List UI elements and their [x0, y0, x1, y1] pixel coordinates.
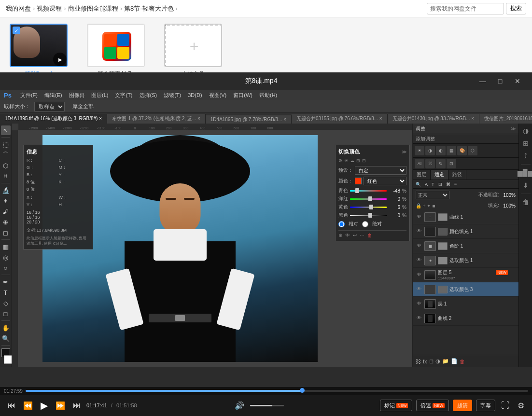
ps-tab-0[interactable]: 1D4A1895.tif @ 16% (选取颜色 3, RGB/8#) ×	[0, 114, 107, 124]
prev-button[interactable]: ⏮	[6, 400, 17, 411]
sel-action-5[interactable]: 🗑	[367, 233, 372, 238]
ps-tool-move[interactable]: ↖	[1, 125, 11, 135]
step-forward-button[interactable]: ⏩	[54, 400, 67, 411]
layer-action-fx[interactable]: fx	[423, 359, 427, 364]
layer-eye-levels1[interactable]: 👁	[416, 243, 422, 250]
ps-menu-select[interactable]: 选择(S)	[140, 92, 157, 99]
ps-tab-3[interactable]: 无题合并03155.jpg @ 76.6%/RGB/8... ×	[292, 114, 388, 124]
layer-eye-img5[interactable]: 👁	[416, 272, 422, 278]
paths-tab[interactable]: 路径	[448, 170, 466, 180]
sel-magenta-thumb[interactable]	[368, 196, 372, 201]
adj-icon-2[interactable]: ◑	[425, 146, 435, 155]
ps-menu-3d[interactable]: 3D(D)	[188, 92, 202, 98]
sel-yellow-thumb[interactable]	[369, 205, 373, 209]
layer-selective1[interactable]: 👁 ◈ 选取颜色 1	[413, 253, 518, 268]
ps-tool-blur[interactable]: ◎	[1, 252, 11, 262]
ps-menu-view[interactable]: 视图(V)	[209, 92, 227, 99]
layer-selective3[interactable]: 👁 选取颜色 3	[413, 282, 518, 297]
rs-icon-adjust[interactable]: ◑	[520, 125, 531, 136]
search-input[interactable]	[427, 3, 504, 14]
step-back-button[interactable]: ⏪	[21, 400, 35, 411]
mark-button[interactable]: 标记 NEW	[380, 400, 413, 411]
speed-button[interactable]: 倍速 NEW	[416, 400, 449, 411]
layer-img5[interactable]: 👁 图层 5 11448987 NEW	[413, 268, 518, 282]
blend-mode-select[interactable]: 正常	[416, 191, 449, 199]
ps-tool-clone[interactable]: ⊕	[1, 217, 11, 227]
adj-icon-1[interactable]: ☀	[415, 146, 424, 155]
ps-menu-help[interactable]: 帮助(H)	[259, 92, 277, 99]
volume-slider[interactable]	[250, 405, 284, 406]
layers-tab[interactable]: 图层	[413, 170, 431, 180]
sel-black-thumb[interactable]	[368, 213, 372, 218]
adj-icon-7[interactable]: AI	[415, 159, 424, 168]
ps-menu-file[interactable]: 文件(F)	[20, 92, 38, 99]
layer-eye-curve1[interactable]: 👁	[416, 214, 422, 221]
rs-icon-delete[interactable]: 🗑	[520, 197, 531, 208]
next-button[interactable]: ⏭	[71, 400, 83, 411]
ps-menu-text[interactable]: 文字(T)	[115, 92, 132, 99]
settings-button[interactable]: ⚙	[516, 400, 526, 411]
volume-button[interactable]: 🔊	[233, 400, 246, 411]
sel-yellow-slider[interactable]	[350, 207, 387, 208]
layer-eye-fill1[interactable]: 👁	[416, 228, 422, 235]
ps-tab-2[interactable]: 1D4A1895.jpg @ 7.78%/RGB/8... ×	[206, 115, 292, 124]
ps-menu-filter[interactable]: 滤镜(T)	[164, 92, 181, 99]
sample-size-select[interactable]: 取样点	[34, 102, 65, 111]
sel-expand-icon[interactable]: ≫	[402, 149, 406, 154]
rs-icon-share[interactable]: ⤴	[520, 151, 531, 161]
layer-layer1[interactable]: 👁 层 1	[413, 297, 518, 311]
layer-colorfill1[interactable]: 👁 颜色填充 1	[413, 224, 518, 239]
ps-tool-marquee[interactable]: ⬚	[1, 139, 11, 149]
ps-tool-text[interactable]: T	[1, 288, 11, 297]
ps-menu-image[interactable]: 图像(I)	[69, 92, 84, 99]
ps-tool-dodge[interactable]: ○	[1, 263, 11, 273]
adj-icon-6[interactable]: ⬡	[468, 146, 477, 155]
close-button[interactable]: ✕	[511, 74, 524, 88]
sel-action-1[interactable]: ⊕	[338, 233, 342, 238]
quality-button[interactable]: 超清	[453, 400, 472, 411]
ps-tool-lasso[interactable]: ⌒	[1, 150, 11, 160]
ps-tool-brush[interactable]: 🖌	[1, 207, 11, 216]
adj-icon-10[interactable]: ⊡	[447, 159, 456, 168]
adj-icon-5[interactable]: 🎨	[457, 146, 467, 155]
caption-button[interactable]: 字幕	[476, 400, 495, 411]
adj-icon-8[interactable]: ⌘	[425, 159, 435, 168]
layer-eye-selective3[interactable]: 👁	[416, 286, 422, 293]
search-button[interactable]: 搜索	[506, 3, 526, 14]
sel-color-swatch[interactable]	[355, 178, 362, 184]
ps-tool-zoom[interactable]: 🔍	[1, 333, 11, 343]
sel-action-4[interactable]: ⋯	[360, 233, 364, 238]
sel-preset-select[interactable]: 白定	[355, 166, 406, 175]
play-button[interactable]: ▶	[39, 399, 50, 412]
ps-tool-hand[interactable]: ✋	[1, 323, 11, 333]
breadcrumb-course[interactable]: 商业修图全能课程	[68, 4, 118, 13]
minimize-button[interactable]: —	[476, 74, 490, 88]
sel-cyan-slider[interactable]	[350, 190, 387, 192]
ps-tool-eyedropper[interactable]: 🔬	[1, 185, 11, 195]
rs-icon-download[interactable]: ⬇	[520, 180, 531, 191]
layer-eye-layer1[interactable]: 👁	[416, 301, 422, 307]
layer-curve1[interactable]: 👁 ~ 曲线 1	[413, 210, 518, 224]
layer-eye-curve2[interactable]: 👁	[416, 315, 422, 322]
adj-icon-9[interactable]: ↻	[436, 159, 446, 168]
sel-cyan-thumb[interactable]	[355, 188, 359, 193]
sel-action-2[interactable]: 👁	[345, 233, 350, 238]
ps-menu-layer[interactable]: 图层(L)	[91, 92, 108, 99]
ps-tab-4[interactable]: 无题合并01430.jpg @ 33.3%/RGB... ×	[388, 114, 479, 124]
ps-tool-path[interactable]: ◇	[1, 298, 11, 308]
rs-icon-histogram[interactable]: ▆▉▆	[520, 167, 531, 178]
ps-tool-shape[interactable]: □	[1, 309, 11, 319]
sel-color-select[interactable]: 红色	[364, 177, 406, 185]
layer-action-link[interactable]: ⛓	[416, 359, 421, 364]
sel-action-3[interactable]: ↩	[353, 233, 357, 238]
ps-tool-gradient[interactable]: ▦	[1, 242, 11, 251]
layer-curve2[interactable]: 👁 曲线 2	[413, 311, 518, 326]
ps-tab-5[interactable]: 微信图片_20190616183905.jpg @ 203... ×	[479, 114, 532, 124]
sel-magenta-slider[interactable]	[350, 198, 387, 200]
adjustments-expand[interactable]: ≫	[511, 126, 516, 131]
sel-radio-absolute[interactable]	[362, 221, 368, 227]
ps-tab-1[interactable]: 布纹图-1 @ 37.2% (色相/饱和度 2, 蓝... ×	[107, 114, 206, 124]
ps-menu-window[interactable]: 窗口(W)	[233, 92, 252, 99]
file-item-7z[interactable]: 第八节素材.7z	[87, 24, 145, 78]
layer-eye-selective1[interactable]: 👁	[416, 257, 422, 264]
